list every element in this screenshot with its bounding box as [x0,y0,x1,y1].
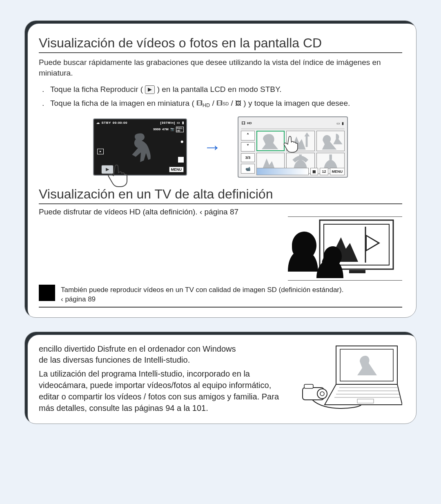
lcd-mem: 9999 [153,127,160,131]
play-tab-icon: ▶ [145,85,155,94]
hd-label: HD [247,121,252,125]
grid-view-icon: ▦ [310,168,318,175]
bottom-bar-spacer [256,168,309,175]
thumb-side-controls: ˄ ˅ 3/3 📹 [241,131,255,174]
sd-label: SD [223,101,229,106]
svg-rect-16 [304,384,313,388]
pc-headline-b: de las diversas funciones de Intelli-stu… [39,355,190,364]
lcd-remain: [307Min] [160,121,175,125]
step-1: Toque la ficha Reproducir ( ▶ ) en la pa… [50,84,402,95]
skater-silhouette [122,132,159,168]
pc-headline: encillo divertido Disfrute en el ordenad… [39,343,288,366]
scroll-up-button: ˄ [241,131,255,140]
fullhd-icon: FULLHD [176,127,184,132]
mode-camcorder-button: 📹 [241,164,255,174]
card-icon: ▭ [177,121,180,125]
arrow-right-icon: → [203,137,221,157]
lcd-menu-button: MENU [169,167,184,172]
pc-headline-a: encillo divertido Disfrute en el ordenad… [39,344,236,353]
tv-page-ref: ‹ página 87 [200,207,238,216]
step-2-text-a: Toque la ficha de la imagen en miniatura… [50,99,194,107]
thumb-bottombar: ▦ 12 MENU [256,168,345,175]
note-sd-tv: También puede reproducir vídeos en un TV… [39,285,402,308]
lcd-time: 00:00:00 [113,121,127,125]
heading-lcd-playback: Visualización de vídeos o fotos en la pa… [39,36,402,53]
lcd-rec-indicator-icon: ▸ [97,149,104,154]
laptop-illustration [300,343,402,413]
note-text: También puede reproducir vídeos en un TV… [61,285,343,304]
svg-rect-4 [349,270,365,273]
panel-playback: Visualización de vídeos o fotos en la pa… [24,20,416,318]
pc-text-block: encillo divertido Disfrute en el ordenad… [39,343,288,414]
step-2-text-b: ) y toque la imagen que desee. [243,99,350,107]
photo-thumb-icon: 🖼 [235,100,241,107]
lcd-shots: 47M [162,127,169,131]
lcd-stby: STBY [102,121,111,125]
tv-subline: Puede disfrutar de vídeos HD (alta defin… [39,207,402,216]
note-page-ref: ‹ página 89 [61,295,96,303]
thumb-3 [316,131,345,152]
thumbnail-grid [256,131,345,174]
intro-lcd: Puede buscar rápidamente las grabaciones… [39,57,402,78]
card-icon: ▭ [336,121,340,125]
step-1-text-a: Toque la ficha Reproducir ( [50,85,143,94]
tv-subline-a: Puede disfrutar de vídeos HD (alta defin… [39,207,200,216]
camera-icon: 📷 [170,127,174,131]
pc-description: La utilización del programa Intelli-stud… [39,368,288,414]
cloud-icon: ☁ [96,121,100,125]
heading-tv: Visualización en un TV de alta definició… [39,187,402,204]
thumb-topbar: 🎞 HD ▭ ▮ [241,120,345,129]
page-indicator: 3/3 [241,153,255,162]
step-2-slash-1: / [212,99,214,107]
thumb-menu-button: MENU [330,168,345,175]
step-2: Toque la ficha de la imagen en miniatura… [50,98,402,109]
lcd-rec-dot-icon: ● [180,138,184,145]
lcd-topbar: ☁ STBY 00:00:00 [307Min] ▭ ▮ [96,121,184,125]
battery-icon: ▮ [182,121,184,125]
svg-point-15 [320,392,324,396]
note-text-a: También puede reproducir vídeos en un TV… [61,286,343,294]
panel-pc: encillo divertido Disfrute en el ordenad… [24,332,416,424]
tap-hand-icon [105,163,130,188]
thumb-2 [286,131,314,152]
tv-illustration [288,216,402,281]
step-1-text-b: ) en la pantalla LCD en modo STBY. [157,85,282,94]
note-icon [39,285,55,301]
step-2-slash-2: / [231,99,233,107]
thumb-1 [256,131,285,152]
battery-icon: ▮ [342,121,344,125]
hd-thumb-icon: 🎞HD [196,100,210,107]
thumb-count: 12 [320,168,328,175]
sd-thumb-icon: 🎞 [216,100,223,107]
diagrams-row: ☁ STBY 00:00:00 [307Min] ▭ ▮ 9999 47M 📷 [39,116,402,178]
lcd-histogram-icon [178,157,184,163]
steps-list: Toque la ficha Reproducir ( ▶ ) en la pa… [39,84,402,109]
film-icon: 🎞 [242,121,245,125]
scroll-down-button: ˅ [241,142,255,152]
thumbnail-screen: 🎞 HD ▭ ▮ ˄ ˅ 3/3 📹 [238,116,348,178]
